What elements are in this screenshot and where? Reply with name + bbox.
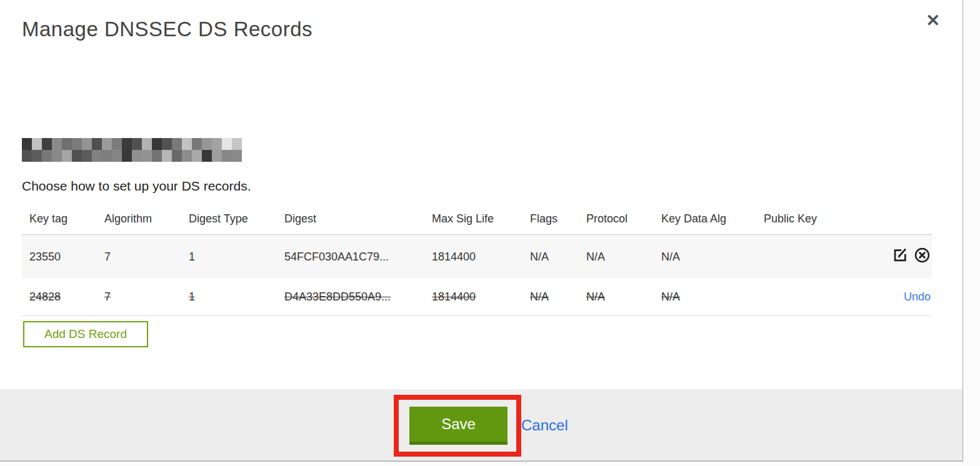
col-protocol: Protocol (579, 205, 654, 235)
cell-key-data-alg: N/A (654, 235, 756, 279)
cell-digest: 54FCF030AA1C79... (277, 235, 424, 279)
col-digest-type: Digest Type (181, 205, 277, 235)
cell-algorithm: 7 (97, 279, 181, 316)
table-row: 23550 7 1 54FCF030AA1C79... 1814400 N/A … (22, 235, 932, 279)
save-button[interactable]: Save (409, 407, 508, 445)
ds-records-table: Key tag Algorithm Digest Type Digest Max… (22, 205, 932, 316)
cell-flags: N/A (522, 235, 579, 279)
subtitle-text: Choose how to set up your DS records. (22, 179, 251, 194)
delete-icon[interactable] (914, 247, 931, 267)
col-algorithm: Algorithm (97, 205, 181, 235)
col-actions (879, 205, 932, 235)
cell-flags: N/A (522, 279, 579, 316)
cell-key-data-alg: N/A (654, 279, 756, 316)
add-ds-record-button[interactable]: Add DS Record (23, 321, 148, 347)
col-key-data-alg: Key Data Alg (654, 205, 756, 235)
cell-max-sig-life: 1814400 (424, 279, 522, 316)
cell-key-tag: 24828 (22, 279, 97, 316)
modal-footer: Save Cancel (0, 389, 962, 461)
col-flags: Flags (522, 205, 579, 235)
cell-public-key (756, 279, 879, 316)
cell-digest-type: 1 (181, 235, 277, 279)
redacted-domain (22, 138, 242, 162)
row-actions (879, 235, 932, 279)
table-row-deleted: 24828 7 1 D4A33E8DD550A9... 1814400 N/A … (22, 279, 932, 316)
red-annotation-box: Save (394, 395, 521, 457)
cell-digest-type: 1 (181, 279, 277, 316)
cell-protocol: N/A (579, 279, 654, 316)
cell-max-sig-life: 1814400 (424, 235, 522, 279)
cell-protocol: N/A (579, 235, 654, 279)
col-key-tag: Key tag (22, 205, 97, 235)
cell-digest: D4A33E8DD550A9... (277, 279, 424, 316)
dnssec-modal: Manage DNSSEC DS Records ✕ Choose how to… (0, 0, 963, 462)
cell-public-key (756, 235, 879, 279)
page-title: Manage DNSSEC DS Records (22, 17, 312, 41)
table-header-row: Key tag Algorithm Digest Type Digest Max… (22, 205, 932, 235)
cell-algorithm: 7 (97, 235, 181, 279)
col-max-sig-life: Max Sig Life (424, 205, 522, 235)
cancel-link[interactable]: Cancel (521, 417, 568, 434)
col-public-key: Public Key (756, 205, 879, 235)
cell-key-tag: 23550 (22, 235, 97, 279)
undo-link[interactable]: Undo (904, 290, 931, 303)
close-icon[interactable]: ✕ (926, 12, 940, 29)
col-digest: Digest (277, 205, 424, 235)
edit-icon[interactable] (892, 247, 909, 267)
row-actions: Undo (879, 279, 932, 316)
